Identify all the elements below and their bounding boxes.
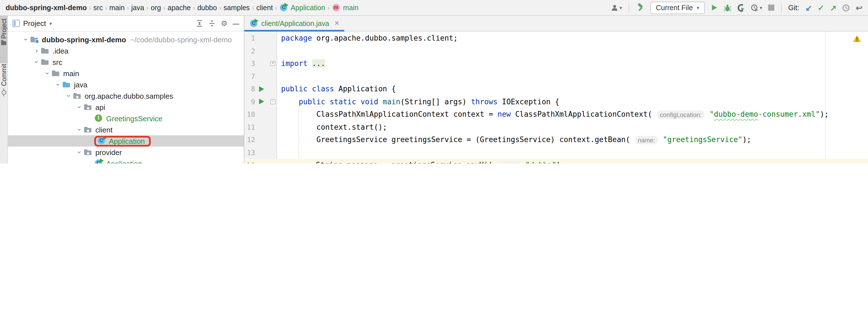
- chevron-expanded-icon[interactable]: ›: [44, 69, 51, 77]
- code-token: "greetingsService": [663, 135, 742, 144]
- code-token: -consumer.xml": [758, 110, 820, 119]
- user-account-icon[interactable]: ▾: [610, 4, 622, 11]
- breadcrumb-label: samples: [223, 4, 250, 11]
- code-line-7[interactable]: [277, 70, 281, 83]
- gutter-cell: 13: [244, 146, 277, 159]
- breadcrumb-item-java[interactable]: java: [131, 4, 144, 11]
- breadcrumb-item-main[interactable]: main: [110, 4, 125, 11]
- build-hammer-icon[interactable]: [636, 3, 645, 12]
- breadcrumb-item-dubbo-spring-xml-demo[interactable]: dubbo-spring-xml-demo: [6, 4, 87, 11]
- breadcrumb: dubbo-spring-xml-demo›src›main›java›org›…: [0, 3, 359, 12]
- fold-expand-icon[interactable]: +: [270, 61, 275, 66]
- tree-item-src[interactable]: ›src: [8, 56, 244, 68]
- breadcrumb-item-dubbo[interactable]: dubbo: [197, 4, 217, 11]
- code-line-1[interactable]: package org.apache.dubbo.samples.client;: [277, 32, 458, 45]
- chevron-expanded-icon[interactable]: ›: [55, 80, 62, 89]
- run-line-button[interactable]: [259, 99, 264, 104]
- project-folder-icon: [1, 41, 6, 45]
- code-lines: 1package org.apache.dubbo.samples.client…: [244, 32, 868, 164]
- expand-all-icon[interactable]: [196, 20, 204, 27]
- breadcrumb-label: org: [151, 4, 161, 11]
- git-commit-check-icon[interactable]: ✓: [818, 4, 824, 11]
- chevron-expanded-icon[interactable]: ›: [76, 126, 83, 134]
- breadcrumb-item-client[interactable]: client: [256, 4, 273, 11]
- code-line-14[interactable]: String message = greetingsService.sayHi(…: [277, 159, 565, 164]
- tree-item-dubbo-spring-xml-demo[interactable]: ›dubbo-spring-xml-demo~/code/dubbo-sprin…: [8, 34, 244, 45]
- tree-item-application[interactable]: CApplication: [8, 158, 244, 164]
- hide-panel-icon[interactable]: —: [232, 20, 239, 27]
- history-clock-icon[interactable]: [842, 4, 850, 11]
- project-view-icon: [12, 20, 20, 27]
- breadcrumb-item-org[interactable]: org: [151, 4, 161, 11]
- line-number: 9: [244, 96, 255, 108]
- tree-item-greetingsservice[interactable]: IGreetingsService: [8, 113, 244, 124]
- chevron-expanded-icon[interactable]: ›: [65, 92, 72, 100]
- tool-window-tab-commit[interactable]: Commit: [0, 61, 7, 104]
- gear-icon[interactable]: ⚙: [221, 19, 227, 28]
- package-icon: [84, 103, 93, 111]
- tree-item-org-apache-dubbo-samples[interactable]: ›org.apache.dubbo.samples: [8, 90, 244, 101]
- code-line-3[interactable]: import ...: [277, 58, 326, 70]
- breadcrumb-item-src[interactable]: src: [93, 4, 103, 11]
- code-line-10[interactable]: ClassPathXmlApplicationContext context =…: [277, 108, 829, 121]
- tree-item-api[interactable]: ›api: [8, 101, 244, 113]
- code-line-11[interactable]: context.start();: [277, 121, 387, 134]
- code-line-9[interactable]: public static void main(String[] args) t…: [277, 96, 559, 108]
- fold-collapse-icon[interactable]: −: [270, 99, 275, 104]
- breadcrumb-item-main[interactable]: mmain: [332, 3, 359, 12]
- editor-tab-application-java[interactable]: C client/Application.java ✕: [244, 16, 345, 31]
- breadcrumb-item-application[interactable]: CApplication: [279, 3, 325, 12]
- git-update-icon[interactable]: ↙: [805, 4, 812, 11]
- chevron-expanded-icon[interactable]: ›: [33, 58, 40, 66]
- code-token: org.apache.dubbo.samples.client;: [312, 34, 458, 42]
- stop-button[interactable]: [768, 4, 774, 11]
- run-line-button[interactable]: [259, 86, 264, 92]
- code-token: dubbo: [530, 161, 552, 164]
- tree-item-provider[interactable]: ›provider: [8, 146, 244, 158]
- tree-item-client[interactable]: ›client: [8, 124, 244, 135]
- code-token: ": [709, 110, 714, 119]
- git-label: Git:: [788, 4, 799, 11]
- gutter-cell: 9−: [244, 96, 277, 108]
- profiler-icon[interactable]: ▾: [751, 4, 762, 11]
- debug-bug-icon[interactable]: [723, 4, 732, 11]
- breadcrumb-item-apache[interactable]: apache: [167, 4, 191, 11]
- code-line-13[interactable]: [277, 146, 281, 159]
- run-configuration-select[interactable]: Current File ▾: [650, 1, 705, 14]
- git-push-icon[interactable]: ↗: [830, 4, 836, 11]
- tree-item-application[interactable]: CApplication: [8, 135, 244, 146]
- run-configuration-label: Current File: [656, 4, 693, 11]
- code-line-12[interactable]: GreetingsService greetingsService = (Gre…: [277, 134, 751, 146]
- gutter-cell: 7: [244, 70, 277, 83]
- chevron-expanded-icon[interactable]: ›: [76, 103, 83, 111]
- run-button[interactable]: [711, 4, 718, 11]
- chevron-expanded-icon[interactable]: ›: [76, 148, 83, 156]
- tree-item-main[interactable]: ›main: [8, 68, 244, 79]
- tree-item-java[interactable]: ›java: [8, 79, 244, 90]
- breadcrumb-separator: ›: [89, 4, 91, 11]
- inspection-warning-icon[interactable]: [853, 35, 861, 42]
- code-line-row-7: 7: [244, 70, 868, 83]
- breadcrumb-label: src: [93, 4, 103, 11]
- toolbar-actions: ▾ Current File ▾ ▾: [610, 1, 868, 14]
- project-view-selector[interactable]: Project ▾: [12, 19, 52, 28]
- code-line-2[interactable]: [277, 45, 281, 58]
- gutter-cell: 10: [244, 108, 277, 121]
- tree-item-idea[interactable]: ›.idea: [8, 45, 244, 56]
- rollback-icon[interactable]: ↩: [856, 4, 862, 11]
- chevron-collapsed-icon[interactable]: ›: [33, 47, 41, 54]
- code-token: [705, 110, 710, 119]
- code-line-8[interactable]: public class Application {: [277, 83, 396, 96]
- code-token: (String[] args): [400, 97, 471, 106]
- close-icon[interactable]: ✕: [334, 20, 339, 27]
- folder-icon: [41, 58, 50, 67]
- collapse-all-icon[interactable]: [209, 20, 216, 27]
- breadcrumb-item-samples[interactable]: samples: [223, 4, 250, 11]
- run-with-coverage-icon[interactable]: [737, 4, 745, 11]
- chevron-expanded-icon[interactable]: ›: [23, 35, 29, 43]
- code-token: dubbo-demo: [714, 110, 758, 119]
- gutter-cell: 14: [244, 159, 277, 164]
- tool-window-tab-project[interactable]: Project: [0, 16, 7, 63]
- code-editor[interactable]: 1package org.apache.dubbo.samples.client…: [244, 32, 868, 164]
- code-token: Application {: [334, 85, 396, 93]
